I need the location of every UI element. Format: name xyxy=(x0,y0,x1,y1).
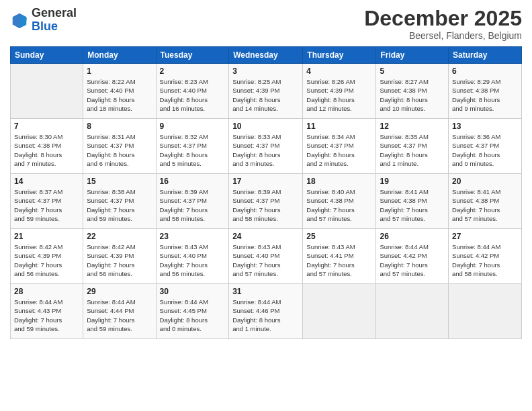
calendar-cell: 22Sunrise: 8:42 AM Sunset: 4:39 PM Dayli… xyxy=(83,229,156,284)
calendar-week-5: 28Sunrise: 8:44 AM Sunset: 4:43 PM Dayli… xyxy=(11,284,522,339)
calendar-cell: 13Sunrise: 8:36 AM Sunset: 4:37 PM Dayli… xyxy=(449,119,522,174)
logo-blue-text: Blue xyxy=(32,19,58,33)
day-number: 12 xyxy=(380,122,445,131)
calendar-cell: 11Sunrise: 8:34 AM Sunset: 4:37 PM Dayli… xyxy=(303,119,376,174)
logo-text: General Blue xyxy=(32,7,77,34)
calendar-week-1: 1Sunrise: 8:22 AM Sunset: 4:40 PM Daylig… xyxy=(11,64,522,119)
day-number: 27 xyxy=(452,232,518,241)
day-number: 9 xyxy=(160,122,226,131)
day-info: Sunrise: 8:41 AM Sunset: 4:38 PM Dayligh… xyxy=(380,187,445,223)
day-info: Sunrise: 8:35 AM Sunset: 4:37 PM Dayligh… xyxy=(380,132,445,168)
day-info: Sunrise: 8:39 AM Sunset: 4:37 PM Dayligh… xyxy=(232,187,299,223)
day-info: Sunrise: 8:44 AM Sunset: 4:42 PM Dayligh… xyxy=(452,242,518,278)
calendar-cell: 20Sunrise: 8:41 AM Sunset: 4:38 PM Dayli… xyxy=(449,174,522,229)
calendar-cell: 17Sunrise: 8:39 AM Sunset: 4:37 PM Dayli… xyxy=(229,174,303,229)
day-number: 11 xyxy=(306,122,372,131)
day-info: Sunrise: 8:37 AM Sunset: 4:37 PM Dayligh… xyxy=(14,187,79,223)
calendar-cell: 19Sunrise: 8:41 AM Sunset: 4:38 PM Dayli… xyxy=(376,174,449,229)
subtitle: Beersel, Flanders, Belgium xyxy=(364,30,522,41)
day-info: Sunrise: 8:27 AM Sunset: 4:38 PM Dayligh… xyxy=(380,77,445,113)
calendar-week-2: 7Sunrise: 8:30 AM Sunset: 4:38 PM Daylig… xyxy=(11,119,522,174)
calendar-cell: 21Sunrise: 8:42 AM Sunset: 4:39 PM Dayli… xyxy=(11,229,83,284)
day-info: Sunrise: 8:44 AM Sunset: 4:43 PM Dayligh… xyxy=(14,298,79,333)
calendar-cell: 23Sunrise: 8:43 AM Sunset: 4:40 PM Dayli… xyxy=(156,229,229,284)
day-number: 29 xyxy=(87,287,152,296)
header: General Blue December 2025 Beersel, Flan… xyxy=(10,7,522,41)
calendar-cell: 8Sunrise: 8:31 AM Sunset: 4:37 PM Daylig… xyxy=(83,119,156,174)
day-number: 2 xyxy=(160,66,226,76)
day-info: Sunrise: 8:42 AM Sunset: 4:39 PM Dayligh… xyxy=(14,242,79,278)
day-info: Sunrise: 8:42 AM Sunset: 4:39 PM Dayligh… xyxy=(87,242,152,278)
day-info: Sunrise: 8:23 AM Sunset: 4:40 PM Dayligh… xyxy=(160,77,226,113)
day-number: 14 xyxy=(14,177,79,186)
header-day-monday: Monday xyxy=(83,47,156,64)
calendar-cell: 16Sunrise: 8:39 AM Sunset: 4:37 PM Dayli… xyxy=(156,174,229,229)
day-info: Sunrise: 8:32 AM Sunset: 4:37 PM Dayligh… xyxy=(160,132,226,168)
calendar-cell xyxy=(376,284,449,339)
day-info: Sunrise: 8:34 AM Sunset: 4:37 PM Dayligh… xyxy=(306,132,372,168)
day-number: 26 xyxy=(380,232,445,241)
header-day-wednesday: Wednesday xyxy=(229,47,303,64)
calendar-cell: 4Sunrise: 8:26 AM Sunset: 4:39 PM Daylig… xyxy=(303,64,376,119)
day-number: 1 xyxy=(87,66,152,76)
calendar-cell: 2Sunrise: 8:23 AM Sunset: 4:40 PM Daylig… xyxy=(156,64,229,119)
day-info: Sunrise: 8:33 AM Sunset: 4:37 PM Dayligh… xyxy=(232,132,299,168)
day-number: 16 xyxy=(160,177,226,186)
day-info: Sunrise: 8:26 AM Sunset: 4:39 PM Dayligh… xyxy=(306,77,372,113)
calendar-cell: 1Sunrise: 8:22 AM Sunset: 4:40 PM Daylig… xyxy=(83,64,156,119)
day-number: 20 xyxy=(452,177,518,186)
calendar-cell: 27Sunrise: 8:44 AM Sunset: 4:42 PM Dayli… xyxy=(449,229,522,284)
day-number: 7 xyxy=(14,122,79,131)
calendar-cell: 26Sunrise: 8:44 AM Sunset: 4:42 PM Dayli… xyxy=(376,229,449,284)
day-info: Sunrise: 8:43 AM Sunset: 4:40 PM Dayligh… xyxy=(232,242,299,278)
calendar-cell: 29Sunrise: 8:44 AM Sunset: 4:44 PM Dayli… xyxy=(83,284,156,339)
logo-icon xyxy=(10,11,29,30)
calendar-cell: 15Sunrise: 8:38 AM Sunset: 4:37 PM Dayli… xyxy=(83,174,156,229)
day-number: 10 xyxy=(232,122,299,131)
day-number: 30 xyxy=(160,287,226,296)
day-info: Sunrise: 8:39 AM Sunset: 4:37 PM Dayligh… xyxy=(160,187,226,223)
day-number: 24 xyxy=(232,232,299,241)
calendar-cell: 25Sunrise: 8:43 AM Sunset: 4:41 PM Dayli… xyxy=(303,229,376,284)
header-day-saturday: Saturday xyxy=(449,47,522,64)
day-number: 25 xyxy=(306,232,372,241)
day-number: 28 xyxy=(14,287,79,296)
calendar-week-4: 21Sunrise: 8:42 AM Sunset: 4:39 PM Dayli… xyxy=(11,229,522,284)
calendar-cell: 9Sunrise: 8:32 AM Sunset: 4:37 PM Daylig… xyxy=(156,119,229,174)
day-info: Sunrise: 8:43 AM Sunset: 4:40 PM Dayligh… xyxy=(160,242,226,278)
calendar-cell: 14Sunrise: 8:37 AM Sunset: 4:37 PM Dayli… xyxy=(11,174,83,229)
day-number: 4 xyxy=(306,66,372,76)
day-number: 19 xyxy=(380,177,445,186)
calendar-cell: 10Sunrise: 8:33 AM Sunset: 4:37 PM Dayli… xyxy=(229,119,303,174)
day-number: 18 xyxy=(306,177,372,186)
calendar-header-row: SundayMondayTuesdayWednesdayThursdayFrid… xyxy=(11,47,522,64)
title-block: December 2025 Beersel, Flanders, Belgium xyxy=(364,7,522,41)
day-info: Sunrise: 8:31 AM Sunset: 4:37 PM Dayligh… xyxy=(87,132,152,168)
calendar-cell xyxy=(11,64,83,119)
calendar-cell: 6Sunrise: 8:29 AM Sunset: 4:38 PM Daylig… xyxy=(449,64,522,119)
calendar-cell: 24Sunrise: 8:43 AM Sunset: 4:40 PM Dayli… xyxy=(229,229,303,284)
day-info: Sunrise: 8:41 AM Sunset: 4:38 PM Dayligh… xyxy=(452,187,518,223)
calendar-week-3: 14Sunrise: 8:37 AM Sunset: 4:37 PM Dayli… xyxy=(11,174,522,229)
day-number: 21 xyxy=(14,232,79,241)
calendar-cell xyxy=(449,284,522,339)
header-day-tuesday: Tuesday xyxy=(156,47,229,64)
calendar-cell: 31Sunrise: 8:44 AM Sunset: 4:46 PM Dayli… xyxy=(229,284,303,339)
day-info: Sunrise: 8:40 AM Sunset: 4:38 PM Dayligh… xyxy=(306,187,372,223)
day-info: Sunrise: 8:44 AM Sunset: 4:42 PM Dayligh… xyxy=(380,242,445,278)
calendar-table: SundayMondayTuesdayWednesdayThursdayFrid… xyxy=(10,46,522,339)
day-number: 31 xyxy=(232,287,299,296)
header-day-thursday: Thursday xyxy=(303,47,376,64)
header-day-friday: Friday xyxy=(376,47,449,64)
day-number: 5 xyxy=(380,66,445,76)
page-container: General Blue December 2025 Beersel, Flan… xyxy=(0,0,532,346)
day-info: Sunrise: 8:44 AM Sunset: 4:45 PM Dayligh… xyxy=(160,298,226,333)
day-info: Sunrise: 8:38 AM Sunset: 4:37 PM Dayligh… xyxy=(87,187,152,223)
day-number: 23 xyxy=(160,232,226,241)
calendar-cell: 28Sunrise: 8:44 AM Sunset: 4:43 PM Dayli… xyxy=(11,284,83,339)
day-info: Sunrise: 8:29 AM Sunset: 4:38 PM Dayligh… xyxy=(452,77,518,113)
day-info: Sunrise: 8:43 AM Sunset: 4:41 PM Dayligh… xyxy=(306,242,372,278)
header-day-sunday: Sunday xyxy=(11,47,83,64)
calendar-cell xyxy=(303,284,376,339)
logo-general-text: General xyxy=(32,6,77,19)
